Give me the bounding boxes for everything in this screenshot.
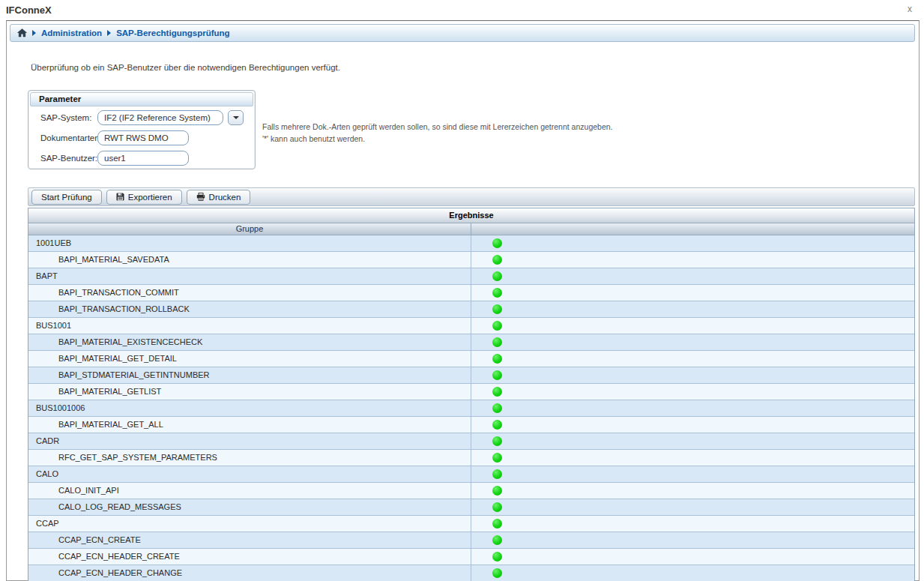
start-pruefung-button[interactable]: Start Prüfung [31, 190, 102, 205]
status-cell [471, 450, 914, 466]
table-row[interactable]: BAPI_TRANSACTION_ROLLBACK [28, 301, 914, 318]
status-ok-icon [492, 387, 502, 397]
breadcrumb-separator-icon [107, 30, 111, 36]
function-cell: BAPI_TRANSACTION_ROLLBACK [28, 301, 471, 317]
sap-system-dropdown-button[interactable] [228, 110, 244, 125]
results-toolbar: Start Prüfung Exportieren [28, 187, 915, 206]
breadcrumb: Administration SAP-Berechtigungsprüfung [10, 24, 915, 42]
status-cell [471, 318, 914, 334]
table-row[interactable]: BAPT [28, 268, 914, 285]
table-row[interactable]: CALO_INIT_API [28, 483, 914, 499]
app-title: IFConneX [6, 4, 52, 16]
function-cell: BAPI_MATERIAL_GET_ALL [28, 417, 471, 433]
status-cell [471, 433, 914, 449]
function-cell: BAPI_MATERIAL_GETLIST [28, 384, 471, 400]
status-cell [471, 268, 914, 284]
results-table-header-row: Gruppe [28, 223, 914, 235]
status-ok-icon [492, 453, 502, 463]
group-cell: 1001UEB [28, 235, 471, 251]
table-row[interactable]: CADR [28, 433, 914, 450]
status-cell [471, 351, 914, 367]
table-row[interactable]: BAPI_MATERIAL_GET_ALL [28, 417, 914, 433]
results-body: 1001UEBBAPI_MATERIAL_SAVEDATABAPTBAPI_TR… [28, 235, 914, 581]
table-row[interactable]: CCAP_ECN_HEADER_CREATE [28, 549, 914, 565]
status-cell [471, 400, 914, 416]
status-ok-icon [492, 535, 502, 545]
hint-line-2: '*' kann auch benutzt werden. [262, 133, 613, 145]
table-row[interactable]: CCAP [28, 516, 914, 532]
table-row[interactable]: CCAP_ECN_HEADER_CHANGE [28, 565, 914, 581]
table-row[interactable]: BAPI_TRANSACTION_COMMIT [28, 285, 914, 301]
status-ok-icon [492, 502, 502, 512]
status-cell [471, 499, 914, 515]
status-column-header[interactable] [471, 223, 914, 235]
status-cell [471, 532, 914, 548]
group-cell: CADR [28, 433, 471, 449]
function-cell: BAPI_STDMATERIAL_GETINTNUMBER [28, 367, 471, 383]
status-cell [471, 252, 914, 268]
status-ok-icon [492, 403, 502, 413]
dokumentarten-input[interactable] [97, 130, 189, 145]
table-row[interactable]: CALO_LOG_READ_MESSAGES [28, 499, 914, 516]
status-ok-icon [492, 552, 502, 562]
status-cell [471, 301, 914, 317]
function-cell: BAPI_MATERIAL_SAVEDATA [28, 252, 471, 268]
save-icon [116, 193, 124, 201]
status-cell [471, 466, 914, 482]
main-panel: Administration SAP-Berechtigungsprüfung … [6, 20, 920, 581]
start-pruefung-label: Start Prüfung [41, 193, 92, 202]
dokumentarten-field-row: Dokumentarten: [28, 130, 255, 147]
group-cell: BAPT [28, 268, 471, 284]
sap-system-select[interactable]: IF2 (IF2 Reference System) [97, 110, 223, 125]
hint-line-1: Falls mehrere Dok.-Arten geprüft werden … [262, 121, 613, 133]
status-ok-icon [492, 486, 502, 496]
function-cell: CCAP_ECN_HEADER_CREATE [28, 549, 471, 565]
function-cell: BAPI_MATERIAL_EXISTENCECHECK [28, 334, 471, 350]
status-cell [471, 516, 914, 532]
breadcrumb-item-administration[interactable]: Administration [41, 28, 102, 37]
parameter-groupbox: Parameter SAP-System: IF2 (IF2 Reference… [28, 90, 256, 169]
sap-system-field-row: SAP-System: IF2 (IF2 Reference System) [28, 110, 255, 127]
home-icon[interactable] [17, 28, 27, 37]
table-row[interactable]: BAPI_MATERIAL_SAVEDATA [28, 252, 914, 268]
page-description: Überprüfung ob ein SAP-Benutzer über die… [31, 63, 340, 72]
table-row[interactable]: 1001UEB [28, 235, 914, 252]
group-cell: CALO [28, 466, 471, 482]
status-ok-icon [492, 288, 502, 298]
table-row[interactable]: BAPI_MATERIAL_GET_DETAIL [28, 351, 914, 367]
table-row[interactable]: BUS1001006 [28, 400, 914, 417]
drucken-button[interactable]: Drucken [187, 190, 251, 205]
table-row[interactable]: CCAP_ECN_CREATE [28, 532, 914, 549]
table-row[interactable]: BAPI_STDMATERIAL_GETINTNUMBER [28, 367, 914, 384]
table-row[interactable]: BUS1001 [28, 318, 914, 334]
breadcrumb-item-sap-berechtigungspruefung[interactable]: SAP-Berechtigungsprüfung [116, 28, 229, 37]
status-ok-icon [492, 255, 502, 265]
chevron-down-icon [233, 116, 239, 119]
drucken-label: Drucken [209, 193, 241, 202]
breadcrumb-separator-icon [32, 30, 36, 36]
parameter-groupbox-title: Parameter [30, 92, 253, 106]
sap-system-label: SAP-System: [40, 110, 91, 126]
group-cell: CCAP [28, 516, 471, 532]
table-row[interactable]: BAPI_MATERIAL_EXISTENCECHECK [28, 334, 914, 351]
function-cell: CCAP_ECN_HEADER_CHANGE [28, 565, 471, 581]
table-row[interactable]: RFC_GET_SAP_SYSTEM_PARAMETERS [28, 450, 914, 466]
function-cell: BAPI_MATERIAL_GET_DETAIL [28, 351, 471, 367]
exportieren-button[interactable]: Exportieren [106, 190, 182, 205]
group-cell: BUS1001006 [28, 400, 471, 416]
status-ok-icon [492, 519, 502, 529]
close-icon[interactable]: x [905, 2, 915, 16]
dokumentarten-label: Dokumentarten: [40, 130, 102, 146]
status-cell [471, 483, 914, 499]
table-row[interactable]: BAPI_MATERIAL_GETLIST [28, 384, 914, 400]
status-ok-icon [492, 337, 502, 347]
sap-benutzer-input[interactable] [97, 151, 189, 166]
gruppe-column-header[interactable]: Gruppe [28, 223, 471, 235]
status-cell [471, 334, 914, 350]
status-ok-icon [492, 321, 502, 331]
status-cell [471, 285, 914, 301]
status-cell [471, 235, 914, 251]
table-row[interactable]: CALO [28, 466, 914, 483]
function-cell: CALO_INIT_API [28, 483, 471, 499]
status-cell [471, 384, 914, 400]
